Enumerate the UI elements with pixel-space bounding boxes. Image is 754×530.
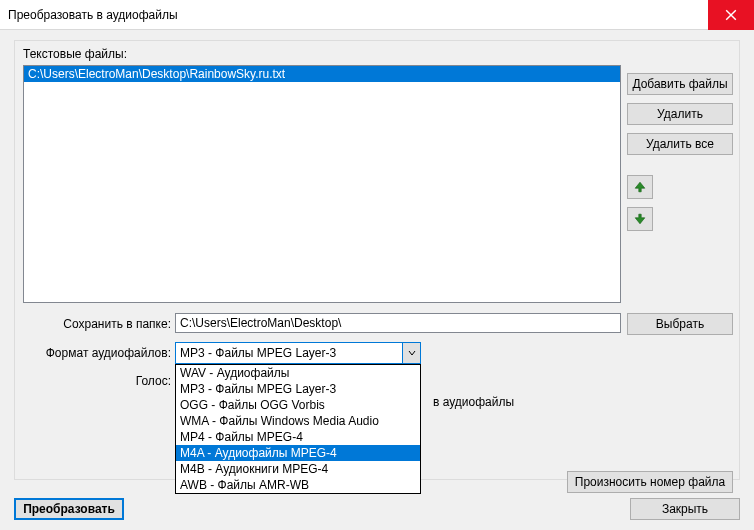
format-option[interactable]: OGG - Файлы OGG Vorbis (176, 397, 420, 413)
delete-button[interactable]: Удалить (627, 103, 733, 125)
choose-folder-button[interactable]: Выбрать (627, 313, 733, 335)
format-option[interactable]: MP3 - Файлы MPEG Layer-3 (176, 381, 420, 397)
audio-format-label: Формат аудиофайлов: (45, 346, 171, 360)
move-down-button[interactable] (627, 207, 653, 231)
format-option[interactable]: WMA - Файлы Windows Media Audio (176, 413, 420, 429)
audio-format-combo[interactable]: MP3 - Файлы MPEG Layer-3 (175, 342, 421, 364)
window-title: Преобразовать в аудиофайлы (8, 8, 178, 22)
text-files-label: Текстовые файлы: (23, 47, 127, 61)
arrow-down-icon (634, 213, 646, 225)
client-area: Текстовые файлы: C:\Users\ElectroMan\Des… (0, 30, 754, 530)
arrow-up-icon (634, 181, 646, 193)
close-window-button[interactable] (708, 0, 754, 30)
save-folder-label: Сохранить в папке: (63, 317, 171, 331)
format-option[interactable]: MP4 - Файлы MPEG-4 (176, 429, 420, 445)
audio-format-selected: MP3 - Файлы MPEG Layer-3 (176, 343, 402, 363)
list-item[interactable]: C:\Users\ElectroMan\Desktop\RainbowSky.r… (24, 66, 620, 82)
audio-format-dropdown-button[interactable] (402, 343, 420, 363)
title-bar: Преобразовать в аудиофайлы (0, 0, 754, 30)
file-listbox[interactable]: C:\Users\ElectroMan\Desktop\RainbowSky.r… (23, 65, 621, 303)
chevron-down-icon (408, 349, 416, 357)
delete-all-button[interactable]: Удалить все (627, 133, 733, 155)
close-button[interactable]: Закрыть (630, 498, 740, 520)
main-groupbox: Текстовые файлы: C:\Users\ElectroMan\Des… (14, 40, 740, 480)
close-icon (725, 9, 737, 21)
format-option[interactable]: WAV - Аудиофайлы (176, 365, 420, 381)
say-file-number-button[interactable]: Произносить номер файла (567, 471, 733, 493)
conversion-hint: в аудиофайлы (433, 395, 514, 409)
move-up-button[interactable] (627, 175, 653, 199)
voice-label: Голос: (125, 374, 171, 388)
save-folder-input[interactable]: C:\Users\ElectroMan\Desktop\ (175, 313, 621, 333)
format-option[interactable]: AWB - Файлы AMR-WB (176, 477, 420, 493)
format-option[interactable]: M4A - Аудиофайлы MPEG-4 (176, 445, 420, 461)
convert-button[interactable]: Преобразовать (14, 498, 124, 520)
format-option[interactable]: M4B - Аудиокниги MPEG-4 (176, 461, 420, 477)
add-files-button[interactable]: Добавить файлы (627, 73, 733, 95)
audio-format-dropdown-list[interactable]: WAV - Аудиофайлы MP3 - Файлы MPEG Layer-… (175, 364, 421, 494)
